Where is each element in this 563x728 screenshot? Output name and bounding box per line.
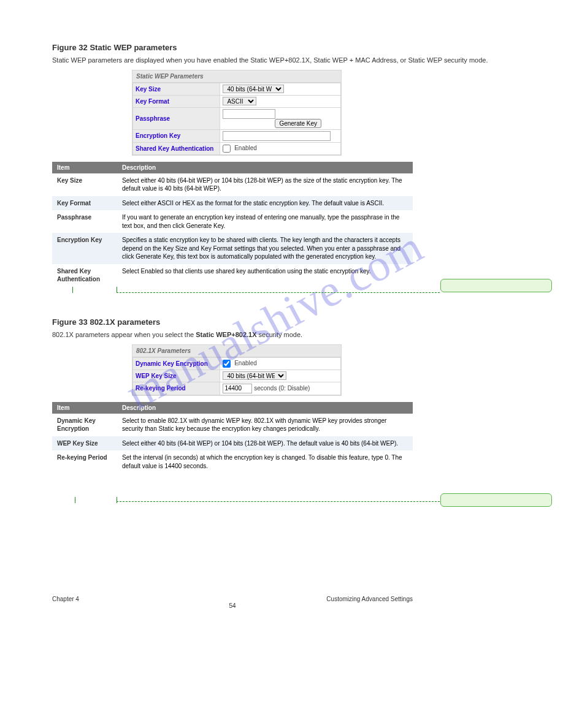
checkbox-dynkey[interactable] bbox=[223, 360, 231, 368]
cell-sharedauth-k: Shared Key Authentication bbox=[52, 264, 117, 287]
input-rekey[interactable] bbox=[223, 384, 252, 393]
heading-figure1: Figure 32 Static WEP parameters bbox=[52, 43, 551, 52]
callout-1 bbox=[440, 279, 552, 292]
cell-enckey-k: Encryption Key bbox=[52, 233, 117, 264]
th-desc-2: Description bbox=[117, 402, 413, 414]
callout-2 bbox=[440, 493, 552, 507]
footer-right: Customizing Advanced Settings bbox=[326, 596, 413, 602]
row-passphrase-label: Passphrase bbox=[133, 107, 220, 129]
callout-line-1 bbox=[117, 292, 440, 293]
cell-enckey-v: Specifies a static encryption key to be … bbox=[117, 233, 413, 264]
panel-static-wep: Static WEP Parameters Key Size 40 bits (… bbox=[132, 70, 342, 156]
row-keyformat-label: Key Format bbox=[133, 95, 220, 107]
cell-rekey-k: Re-keying Period bbox=[52, 450, 117, 473]
cell-keysize-k: Key Size bbox=[52, 173, 117, 196]
panel-title-8021x: 802.1X Parameters bbox=[132, 345, 341, 357]
checkbox-sharedkeyauth[interactable] bbox=[223, 145, 231, 153]
th-item-2: Item bbox=[52, 402, 117, 414]
row-encryptionkey-label: Encryption Key bbox=[133, 129, 220, 142]
label-seconds: seconds (0: Disable) bbox=[254, 384, 310, 391]
cell-passphrase-k: Passphrase bbox=[52, 210, 117, 233]
table-static-wep-desc: Item Description Key Size Select either … bbox=[52, 162, 413, 287]
cell-keysize-v: Select either 40 bits (64-bit WEP) or 10… bbox=[117, 173, 413, 196]
callout-tick-1a bbox=[72, 287, 73, 293]
cell-keyformat-k: Key Format bbox=[52, 196, 117, 211]
select-keysize[interactable]: 40 bits (64-bit WEP) bbox=[223, 85, 284, 93]
cell-dynkey-k: Dynamic Key Encryption bbox=[52, 414, 117, 436]
cell-keyformat-v: Select either ASCII or HEX as the format… bbox=[117, 196, 413, 211]
panel-title-static-wep: Static WEP Parameters bbox=[132, 70, 341, 83]
label-enabled-1: Enabled bbox=[234, 145, 257, 151]
static-wep-intro: Static WEP parameters are displayed when… bbox=[52, 56, 551, 65]
cell-wepkeysize-v: Select either 40 bits (64-bit WEP) or 10… bbox=[117, 436, 413, 451]
select-wepkeysize[interactable]: 40 bits (64-bit WEP) bbox=[223, 371, 286, 380]
label-enabled-2: Enabled bbox=[234, 360, 257, 366]
cell-dynkey-v: Select to enable 802.1X with dynamic WEP… bbox=[117, 414, 413, 436]
th-desc-1: Description bbox=[117, 162, 413, 173]
row-wepkeysize-label: WEP Key Size bbox=[133, 370, 220, 382]
input-encryptionkey[interactable] bbox=[223, 131, 331, 141]
row-rekey-label: Re-keying Period bbox=[133, 382, 220, 395]
th-item-1: Item bbox=[52, 162, 117, 173]
input-passphrase[interactable] bbox=[223, 109, 275, 119]
cell-sharedauth-v: Select Enabled so that clients use share… bbox=[117, 264, 413, 287]
panel-8021x: 802.1X Parameters Dynamic Key Encryption… bbox=[132, 344, 342, 396]
callout-line-2 bbox=[117, 501, 440, 502]
row-keysize-label: Key Size bbox=[133, 83, 220, 95]
table-8021x-desc: Item Description Dynamic Key Encryption … bbox=[52, 402, 413, 474]
button-generate-key[interactable]: Generate Key bbox=[275, 119, 321, 128]
cell-wepkeysize-k: WEP Key Size bbox=[52, 436, 117, 451]
footer-left: Chapter 4 bbox=[52, 596, 79, 602]
cell-rekey-v: Set the interval (in seconds) at which t… bbox=[117, 450, 413, 473]
select-keyformat[interactable]: ASCII bbox=[223, 97, 256, 105]
row-dynkey-label: Dynamic Key Encryption bbox=[133, 357, 220, 370]
callout-tick-1b bbox=[117, 287, 117, 293]
heading-figure2: Figure 33 802.1X parameters bbox=[52, 317, 551, 327]
row-sharedkeyauth-label: Shared Key Authentication bbox=[133, 142, 220, 154]
callout-tick-2a bbox=[75, 497, 75, 503]
footer-center: 54 bbox=[52, 602, 413, 609]
cell-passphrase-v: If you want to generate an encryption ke… bbox=[117, 210, 413, 233]
callout-tick-2b bbox=[117, 497, 117, 503]
8021x-intro: 802.1X parameters appear when you select… bbox=[52, 330, 551, 339]
